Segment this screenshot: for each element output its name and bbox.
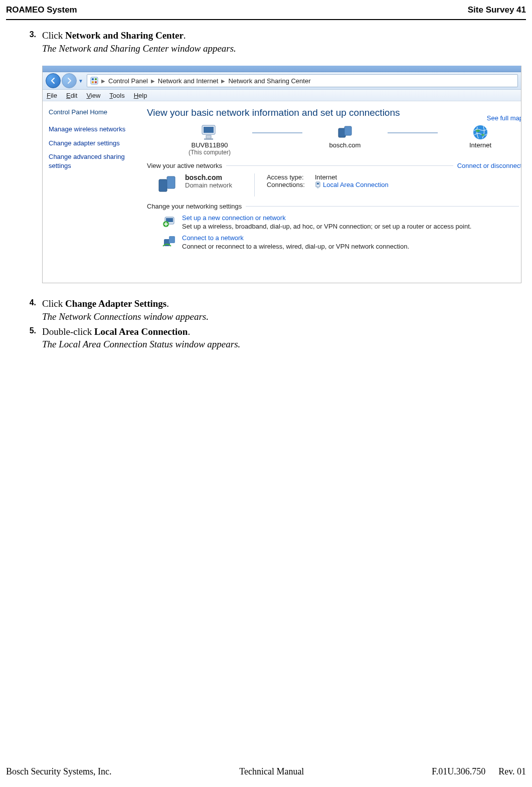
breadcrumb-item[interactable]: Control Panel <box>108 77 148 85</box>
step-text-post: . <box>188 326 190 337</box>
local-area-connection-link[interactable]: Local Area Connection <box>315 181 389 188</box>
manage-wireless-link[interactable]: Manage wireless networks <box>49 125 137 134</box>
step-result: The Network and Sharing Center window ap… <box>42 43 236 54</box>
setup-new-connection-item[interactable]: Set up a new connection or network Set u… <box>162 214 521 230</box>
breadcrumb-item[interactable]: Network and Internet <box>158 77 219 85</box>
nic-icon <box>315 181 321 188</box>
svg-rect-8 <box>204 138 213 140</box>
address-bar[interactable]: ▶ Control Panel ▶ Network and Internet ▶… <box>87 74 518 87</box>
menu-view[interactable]: View <box>86 92 100 99</box>
settings-item-title: Set up a new connection or network <box>182 214 471 222</box>
new-connection-icon <box>162 214 176 228</box>
map-node-label: BUVB11B90 <box>167 141 252 149</box>
footer-company: Bosch Security Systems, Inc. <box>6 766 111 777</box>
step-number: 3. <box>18 29 42 39</box>
left-nav-pane: Control Panel Home Manage wireless netwo… <box>43 101 143 283</box>
step-number: 5. <box>18 325 42 335</box>
network-icon <box>302 123 388 141</box>
step-3: 3. Click Network and Sharing Center. The… <box>18 29 514 55</box>
map-node-computer[interactable]: BUVB11B90 (This computer) <box>167 123 252 156</box>
menu-tools[interactable]: Tools <box>109 92 124 99</box>
menu-edit[interactable]: Edit <box>66 92 77 99</box>
map-node-network[interactable]: bosch.com <box>302 123 388 156</box>
vertical-divider <box>254 173 255 196</box>
map-connector <box>252 132 302 133</box>
menu-help[interactable]: Help <box>134 92 147 99</box>
step-text-post: . <box>184 30 186 41</box>
chevron-right-icon: ▶ <box>101 78 105 84</box>
svg-rect-7 <box>206 135 211 138</box>
settings-item-title: Connect to a network <box>182 234 409 242</box>
svg-rect-15 <box>167 176 175 188</box>
svg-rect-3 <box>92 81 94 83</box>
network-type: Domain network <box>185 181 232 189</box>
footer-title: Technical Manual <box>239 766 304 777</box>
active-networks-header: View your active networks Connect or dis… <box>147 162 521 169</box>
settings-item-desc: Set up a wireless, broadband, dial-up, a… <box>182 223 471 230</box>
step-text-pre: Double-click <box>42 326 94 337</box>
connect-disconnect-link[interactable]: Connect or disconnect <box>457 162 521 169</box>
svg-rect-6 <box>204 127 214 133</box>
svg-rect-10 <box>344 126 351 135</box>
connection-name: Local Area Connection <box>323 181 389 188</box>
nav-bar: ▼ ▶ Control Panel ▶ Network and Internet… <box>43 72 521 90</box>
map-node-internet[interactable]: Internet <box>438 123 521 156</box>
change-advanced-sharing-link[interactable]: Change advanced sharing settings <box>49 152 137 170</box>
menu-bar: File Edit View Tools Help <box>43 90 521 101</box>
chevron-right-icon: ▶ <box>151 78 155 84</box>
svg-rect-17 <box>317 183 319 184</box>
step-result: The Network Connections window appears. <box>42 311 209 322</box>
see-full-map-link[interactable]: See full map <box>487 114 521 122</box>
history-dropdown[interactable]: ▼ <box>78 74 84 87</box>
step-result: The Local Area Connection Status window … <box>42 339 240 349</box>
svg-point-13 <box>481 134 484 136</box>
header-rule <box>6 19 526 20</box>
page-footer: Bosch Security Systems, Inc. Technical M… <box>6 766 526 777</box>
control-panel-home-link[interactable]: Control Panel Home <box>49 108 137 116</box>
change-settings-header: Change your networking settings <box>147 203 521 210</box>
pane-heading: View your basic network information and … <box>147 107 521 118</box>
breadcrumb-item[interactable]: Network and Sharing Center <box>228 77 310 85</box>
back-button[interactable] <box>46 73 61 88</box>
domain-network-icon <box>157 173 178 194</box>
section-label: View your active networks <box>147 162 222 169</box>
map-connector <box>388 132 438 133</box>
access-type-label: Access type: <box>267 173 315 181</box>
section-label: Change your networking settings <box>147 203 242 210</box>
connect-network-icon <box>162 234 176 248</box>
step-text-pre: Click <box>42 298 65 309</box>
footer-rev: Rev. 01 <box>498 766 526 777</box>
step-text-bold: Local Area Connection <box>94 326 188 337</box>
settings-item-desc: Connect or reconnect to a wireless, wire… <box>182 243 409 250</box>
network-name[interactable]: bosch.com <box>185 173 232 181</box>
chevron-right-icon: ▶ <box>221 78 225 84</box>
computer-icon <box>167 123 252 141</box>
step-4: 4. Click Change Adapter Settings. The Ne… <box>18 297 514 323</box>
forward-button[interactable] <box>62 73 77 88</box>
globe-icon <box>438 123 521 141</box>
connections-label: Connections: <box>267 181 315 188</box>
step-text-post: . <box>166 298 169 309</box>
footer-docnum: F.01U.306.750 <box>432 766 485 777</box>
map-node-label: Internet <box>438 141 521 149</box>
svg-rect-2 <box>95 78 97 80</box>
doc-system: ROAMEO System <box>6 5 77 15</box>
network-map: BUVB11B90 (This computer) bosch.com <box>167 123 521 156</box>
svg-rect-14 <box>159 179 167 191</box>
svg-point-12 <box>476 130 480 132</box>
right-content-pane: View your basic network information and … <box>143 101 521 283</box>
menu-file[interactable]: File <box>47 92 57 99</box>
change-adapter-settings-link[interactable]: Change adapter settings <box>49 139 137 148</box>
step-number: 4. <box>18 297 42 307</box>
window-titlebar <box>43 66 521 72</box>
control-panel-icon <box>90 77 98 85</box>
step-text-bold: Network and Sharing Center <box>65 30 184 41</box>
svg-point-11 <box>473 125 487 139</box>
step-text-bold: Change Adapter Settings <box>65 298 166 309</box>
active-network-row: bosch.com Domain network Access type: In… <box>157 173 521 196</box>
svg-rect-22 <box>169 236 175 243</box>
step-text-pre: Click <box>42 30 65 41</box>
svg-rect-4 <box>95 81 97 83</box>
connect-to-network-item[interactable]: Connect to a network Connect or reconnec… <box>162 234 521 250</box>
map-node-label: bosch.com <box>302 141 388 149</box>
